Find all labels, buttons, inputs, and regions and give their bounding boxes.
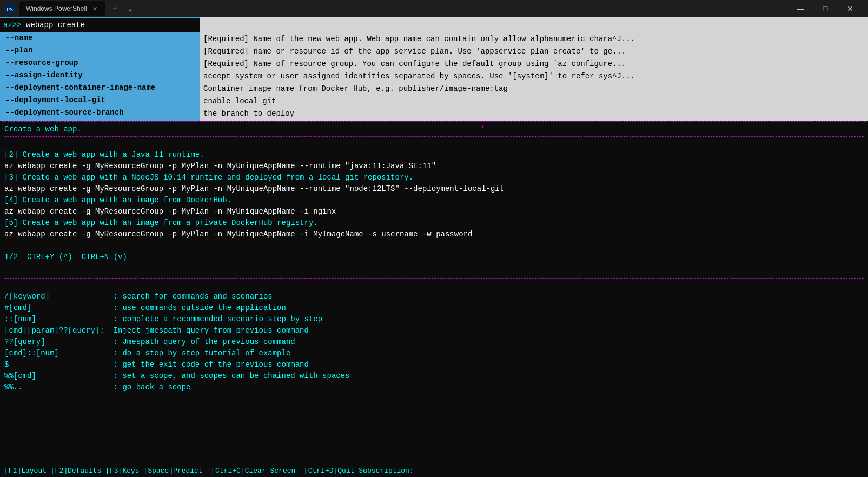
star-symbol: * [481,124,485,135]
autocomplete-item-0[interactable]: --name [0,32,200,44]
blank-line-4 [4,280,864,291]
tab-close-button[interactable]: ✕ [91,5,98,12]
maximize-button[interactable]: □ [813,0,838,17]
separator-mid [4,264,864,264]
autocomplete-item-5[interactable]: --deployment-local-git [0,94,200,107]
help-cmd: #[cmd] : use commands outside the applic… [4,302,864,314]
app-icon: PS [5,4,15,14]
terminal: az>> webapp create --name --plan --resou… [0,17,868,477]
header-line: Create a web app. * [4,124,864,135]
prompt-symbol: az>> [3,21,22,29]
window-controls: — □ ✕ [788,0,863,17]
autocomplete-desc-0: [Required] Name of the new web app. Web … [203,33,865,45]
autocomplete-desc-6: the branch to deploy [203,108,865,120]
example-5-label: [5] Create a web app with an image from … [4,217,864,229]
prompt-command: webapp create [22,21,85,29]
separator-after-header [4,136,864,137]
tab-add-button[interactable]: + [109,4,121,14]
autocomplete-item-4[interactable]: --deployment-container-image-name [0,82,200,94]
pagination-line: 1/2 CTRL+Y (^) CTRL+N (v) [4,251,864,263]
autocomplete-item-6[interactable]: --deployment-source-branch [0,107,200,119]
close-button[interactable]: ✕ [838,0,863,17]
autocomplete-desc-1: [Required] name or resource id of the ap… [203,45,865,58]
help-exit: $ : get the exit code of the previous co… [4,359,864,370]
help-jmespath: [cmd][param]??[query]: Inject jmespath q… [4,325,864,336]
help-back: %%.. : go back a scope [4,382,864,393]
autocomplete-desc-4: Container image name from Docker Hub, e.… [203,83,865,95]
help-query: ??[query] : Jmespath query of the previo… [4,336,864,348]
minimize-button[interactable]: — [788,0,813,17]
help-scope: %%[cmd] : set a scope, and scopes can be… [4,370,864,382]
autocomplete-desc-5: enable local git [203,95,865,108]
example-2-cmd: az webapp create -g MyResourceGroup -p M… [4,161,864,172]
autocomplete-right-panel: [Required] Name of the new web app. Web … [200,17,868,121]
svg-text:PS: PS [6,6,13,12]
bottom-bar: [F1]Layout [F2]Defaults [F3]Keys [Space]… [0,465,868,478]
titlebar: PS Windows PowerShell ✕ + ⌄ — □ ✕ [0,0,868,17]
help-num: ::[num] : complete a recommended scenari… [4,314,864,325]
example-4-label: [4] Create a web app with an image from … [4,195,864,206]
autocomplete-item-3[interactable]: --assign-identity [0,69,200,82]
separator-bottom [4,278,864,279]
prompt-row: az>> webapp create [0,18,200,32]
blank-line-1 [4,138,864,149]
autocomplete-item-2[interactable]: --resource-group [0,57,200,69]
help-keyword: /[keyword] : search for commands and sce… [4,291,864,302]
tab-label: Windows PowerShell [26,5,87,12]
autocomplete-left-panel: az>> webapp create --name --plan --resou… [0,17,200,121]
example-3-cmd: az webapp create -g MyResourceGroup -p M… [4,183,864,195]
blank-line-3 [4,266,864,277]
example-4-cmd: az webapp create -g MyResourceGroup -p M… [4,206,864,217]
example-3-label: [3] Create a web app with a NodeJS 10.14… [4,172,864,183]
autocomplete-item-1[interactable]: --plan [0,44,200,57]
blank-line-2 [4,240,864,251]
tab-dropdown-button[interactable]: ⌄ [125,5,135,13]
tab-powershell[interactable]: Windows PowerShell ✕ [19,1,105,16]
autocomplete-panel: az>> webapp create --name --plan --resou… [0,17,868,121]
main-content: Create a web app. * [2] Create a web app… [0,122,868,465]
autocomplete-desc-3: accept system or user assigned identitie… [203,70,865,83]
help-tutorial: [cmd]::[num] : do a step by step tutoria… [4,348,864,359]
example-5-cmd: az webapp create -g MyResourceGroup -p M… [4,229,864,240]
create-webapp-label: Create a web app. [4,124,82,135]
autocomplete-desc-2: [Required] Name of resource group. You c… [203,58,865,70]
example-2-label: [2] Create a web app with a Java 11 runt… [4,149,864,161]
